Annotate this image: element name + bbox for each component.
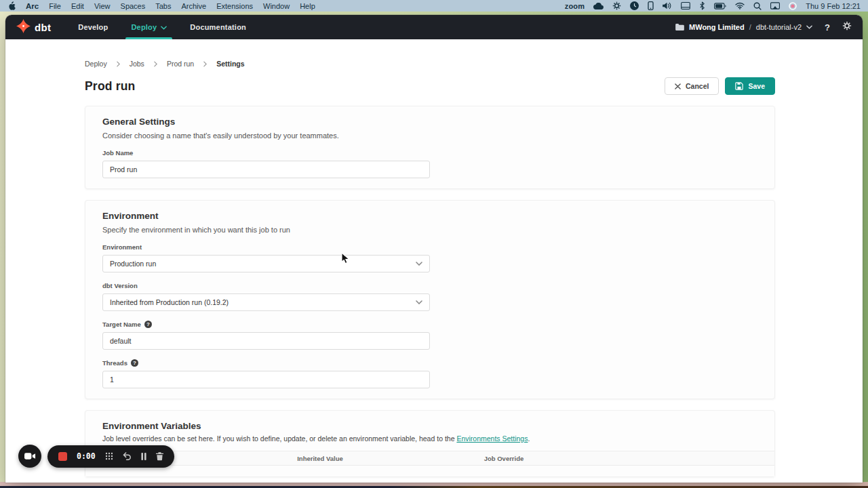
column-header-job-override: Job Override [436, 455, 572, 462]
breadcrumb-deploy[interactable]: Deploy [85, 60, 107, 68]
recording-timer: 0:00 [77, 451, 96, 461]
browser-window: dbt Develop Deploy Documentation MWong L… [5, 15, 863, 483]
account-project-switcher[interactable]: MWong Limited / dbt-tutorial-v2 [675, 23, 812, 31]
menu-help[interactable]: Help [300, 2, 315, 10]
stop-recording-button[interactable] [58, 452, 67, 461]
target-name-label: Target Name [102, 321, 757, 328]
project-name: dbt-tutorial-v2 [756, 23, 802, 31]
volume-icon[interactable] [663, 2, 672, 9]
dbt-navbar-right: MWong Limited / dbt-tutorial-v2 [675, 21, 852, 33]
menu-edit[interactable]: Edit [71, 2, 84, 10]
restart-recording-icon[interactable] [123, 452, 132, 460]
dbt-version-label-text: dbt Version [102, 282, 138, 289]
threads-label: Threads [102, 359, 757, 367]
macos-menu-bar: Arc File Edit View Spaces Tabs Archive E… [0, 0, 868, 12]
env-var-desc-period: . [528, 434, 530, 443]
delete-recording-icon[interactable] [156, 452, 163, 461]
env-var-desc-text: Job level overrides can be set here. If … [102, 434, 456, 443]
environment-select-value: Production run [110, 260, 156, 268]
screen-record-indicator-icon[interactable] [789, 2, 797, 10]
save-button[interactable]: Save [725, 77, 775, 95]
job-settings-page: Deploy Jobs Prod run Settings Prod run C… [5, 39, 863, 483]
chevron-right-icon [117, 61, 120, 67]
environment-title: Environment [102, 211, 757, 221]
help-circle-icon[interactable] [144, 321, 152, 328]
menu-bar-clock[interactable]: Thu 9 Feb 12:21 [806, 2, 861, 10]
environment-select-label: Environment [102, 243, 757, 251]
nav-deploy[interactable]: Deploy [131, 15, 167, 39]
job-name-label: Job Name [102, 149, 757, 157]
bluetooth-icon[interactable] [699, 1, 705, 10]
camera-toggle-button[interactable] [18, 445, 41, 468]
environments-settings-link[interactable]: Environments Settings [456, 434, 528, 443]
save-button-label: Save [748, 82, 765, 90]
wifi-icon[interactable] [735, 2, 745, 9]
menu-window[interactable]: Window [263, 2, 290, 10]
x-icon [675, 83, 681, 89]
apple-menu-icon[interactable] [7, 1, 16, 11]
title-row: Prod run Cancel Save [85, 77, 775, 95]
menu-app-name[interactable]: Arc [26, 2, 39, 10]
dbt-top-navbar: dbt Develop Deploy Documentation MWong L… [5, 15, 863, 39]
environment-variables-title: Environment Variables [102, 421, 757, 431]
menu-tabs[interactable]: Tabs [155, 2, 171, 10]
device-icon[interactable] [648, 1, 654, 10]
menu-archive[interactable]: Archive [182, 2, 207, 10]
dbt-version-select[interactable]: Inherited from Production run (0.19.2) [102, 293, 430, 311]
dbt-brand[interactable]: dbt [16, 19, 51, 36]
menu-view[interactable]: View [94, 2, 111, 10]
gear-icon[interactable] [612, 1, 621, 10]
pause-recording-icon[interactable] [141, 453, 146, 460]
menu-extensions[interactable]: Extensions [216, 2, 253, 10]
environment-subtitle: Specify the environment in which you wan… [102, 226, 757, 234]
general-settings-title: General Settings [102, 117, 757, 127]
nav-develop[interactable]: Develop [78, 15, 108, 39]
floppy-save-icon [735, 82, 743, 90]
chevron-right-icon [154, 61, 157, 67]
environment-select[interactable]: Production run [102, 255, 430, 272]
clock-icon[interactable] [630, 1, 639, 10]
environment-variables-description: Job level overrides can be set here. If … [102, 434, 757, 443]
screen-recorder-toolbar: 0:00 [18, 445, 174, 468]
window-icon[interactable] [681, 2, 690, 9]
help-circle-icon[interactable] [131, 359, 138, 367]
env-var-table-body [85, 466, 774, 476]
dbt-brand-label: dbt [35, 22, 51, 33]
breadcrumb-prod-run[interactable]: Prod run [167, 60, 194, 68]
drag-handle-icon[interactable] [105, 452, 113, 460]
environment-select-label-text: Environment [102, 243, 142, 251]
general-settings-subtitle: Consider choosing a name that's easily u… [102, 131, 757, 140]
dbt-primary-nav: Develop Deploy Documentation [78, 15, 246, 39]
help-icon[interactable] [825, 21, 830, 33]
cloud-icon[interactable] [593, 3, 604, 9]
dbt-logo-icon [16, 19, 31, 36]
dbt-version-label: dbt Version [102, 282, 757, 289]
dbt-version-select-value: Inherited from Production run (0.19.2) [110, 298, 229, 306]
cancel-button[interactable]: Cancel [665, 77, 719, 95]
menu-spaces[interactable]: Spaces [121, 2, 146, 10]
job-name-label-text: Job Name [102, 149, 133, 157]
nav-documentation[interactable]: Documentation [190, 15, 246, 39]
chevron-right-icon [203, 61, 207, 67]
target-name-input[interactable] [102, 332, 430, 350]
zoom-menu-item[interactable]: zoom [565, 2, 585, 10]
chevron-down-icon [416, 262, 422, 266]
spotlight-search-icon[interactable] [753, 2, 762, 10]
breadcrumb-jobs[interactable]: Jobs [130, 60, 144, 68]
chevron-down-icon [161, 23, 167, 31]
settings-gear-icon[interactable] [842, 21, 852, 33]
title-actions: Cancel Save [665, 77, 775, 95]
nav-develop-label: Develop [78, 23, 108, 31]
cancel-button-label: Cancel [686, 82, 709, 90]
folder-icon [675, 24, 684, 30]
screen-mirroring-icon[interactable] [770, 2, 780, 9]
breadcrumb: Deploy Jobs Prod run Settings [85, 39, 775, 68]
job-name-input[interactable] [102, 161, 430, 178]
column-header-inherited-value: Inherited Value [252, 455, 388, 462]
menu-file[interactable]: File [49, 2, 61, 10]
page-title: Prod run [85, 79, 136, 94]
breadcrumb-settings[interactable]: Settings [216, 60, 244, 68]
menu-bar-status-area: zoom Thu 9 Feb 12:21 [565, 1, 861, 10]
threads-input[interactable] [102, 371, 430, 388]
battery-icon[interactable] [714, 3, 726, 9]
